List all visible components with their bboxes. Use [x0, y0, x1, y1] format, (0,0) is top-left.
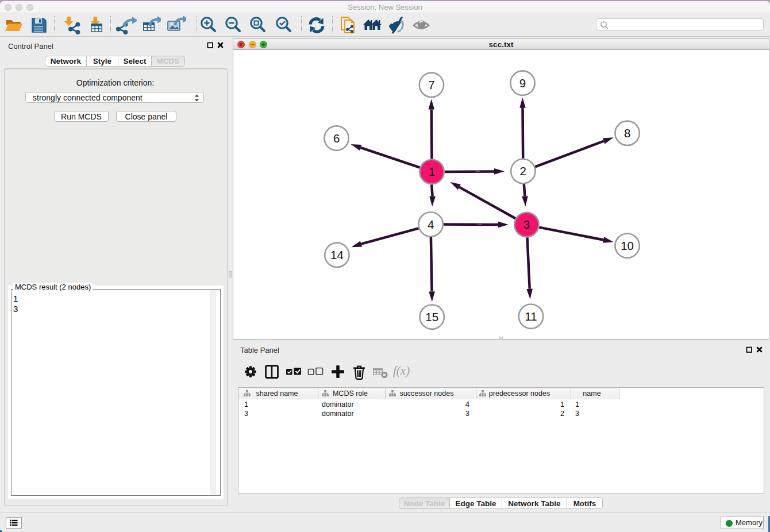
- svg-text:14: 14: [330, 248, 344, 261]
- svg-text:10: 10: [621, 239, 634, 252]
- svg-text:6: 6: [333, 132, 340, 145]
- svg-text:9: 9: [519, 76, 526, 90]
- svg-text:7: 7: [428, 78, 434, 91]
- svg-text:2: 2: [520, 164, 526, 178]
- svg-text:15: 15: [425, 310, 438, 323]
- svg-text:11: 11: [525, 310, 537, 323]
- svg-text:4: 4: [428, 218, 434, 231]
- svg-text:8: 8: [624, 126, 630, 140]
- svg-text:1: 1: [429, 165, 435, 178]
- svg-text:3: 3: [523, 218, 530, 231]
